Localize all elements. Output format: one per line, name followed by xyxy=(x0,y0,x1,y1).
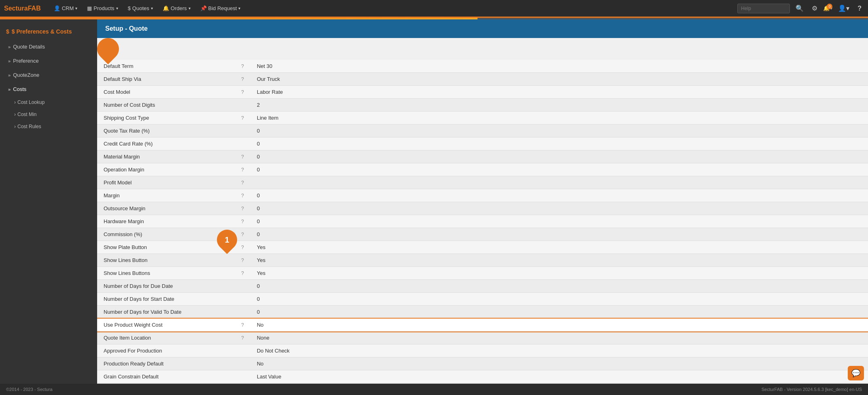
footer-copyright: ©2014 - 2023 - Sectura xyxy=(6,387,53,392)
table-row[interactable]: Default Term?Net 30 xyxy=(97,60,868,73)
row-label: Quote Tax Rate (%) xyxy=(97,125,235,137)
row-value: 0 xyxy=(250,215,868,228)
row-help[interactable]: ? xyxy=(235,202,250,215)
row-label: Number of Cost Digits xyxy=(97,99,235,112)
sidebar-title: $ $ Preferences & Costs xyxy=(0,23,97,40)
row-help[interactable]: ? xyxy=(235,254,250,267)
sidebar: $ $ Preferences & Costs » Quote Details … xyxy=(0,19,97,395)
chevron-right-icon: » xyxy=(8,59,11,63)
row-value: 0 xyxy=(250,125,868,137)
arrow-icon: › xyxy=(14,112,16,117)
table-row[interactable]: Outsource Margin?0 xyxy=(97,202,868,215)
help-input[interactable] xyxy=(737,4,790,13)
sidebar-item-preference[interactable]: » Preference xyxy=(0,54,97,68)
row-help xyxy=(235,370,250,383)
bell-icon: 🔔 xyxy=(163,0,169,17)
row-label: Grain Constrain Default xyxy=(97,370,235,383)
row-label: Production Ready Default xyxy=(97,357,235,370)
row-label: Hardware Margin xyxy=(97,215,235,228)
table-row[interactable]: Material Margin?0 xyxy=(97,150,868,163)
row-value: 0 xyxy=(250,150,868,163)
table-row[interactable]: Commission (%)?0 xyxy=(97,228,868,241)
nav-products[interactable]: ▦ Products ▾ xyxy=(82,0,123,17)
row-help[interactable]: ? xyxy=(235,189,250,202)
row-help[interactable]: ? xyxy=(235,73,250,86)
row-label: Number of Days for Start Date xyxy=(97,293,235,306)
nav-orders[interactable]: 🔔 Orders ▾ xyxy=(158,0,195,17)
sidebar-item-cost-lookup[interactable]: › Cost Lookup xyxy=(0,96,97,108)
row-label: Use Product Weight Cost xyxy=(97,319,235,332)
user-icon: 👤 xyxy=(54,0,60,17)
row-value: Net 30 xyxy=(250,60,868,73)
nav-right: 🔍 ⚙ 🔔 0 ▾ 👤▾ ? xyxy=(737,4,864,13)
gear-icon[interactable]: ⚙ xyxy=(809,4,820,12)
row-help[interactable]: ? xyxy=(235,332,250,344)
table-row[interactable]: Profit Model? xyxy=(97,176,868,189)
row-value: Labor Rate xyxy=(250,86,868,99)
sidebar-item-cost-min[interactable]: › Cost Min xyxy=(0,108,97,120)
row-label: Profit Model xyxy=(97,176,235,189)
table-row[interactable]: Quote Item Location?None xyxy=(97,332,868,344)
table-row[interactable]: Cost Model?Labor Rate xyxy=(97,86,868,99)
row-value xyxy=(250,176,868,189)
sidebar-item-costs[interactable]: » Costs xyxy=(0,82,97,96)
row-help[interactable]: ? xyxy=(235,60,250,73)
row-help[interactable]: ? xyxy=(235,86,250,99)
table-row[interactable]: Quote Tax Rate (%)0 xyxy=(97,125,868,137)
table-row[interactable]: Number of Days for Valid To Date0 xyxy=(97,306,868,319)
arrow-icon: › xyxy=(14,124,16,129)
row-help[interactable]: ? xyxy=(235,215,250,228)
table-row[interactable]: Shipping Cost Type?Line Item xyxy=(97,112,868,125)
table-row[interactable]: Margin?0 xyxy=(97,189,868,202)
top-nav: SecturaFAB 👤 CRM ▾ ▦ Products ▾ $ Quotes… xyxy=(0,0,868,18)
table-row[interactable]: Number of Days for Start Date0 xyxy=(97,293,868,306)
sidebar-item-quotezone[interactable]: » QuoteZone xyxy=(0,68,97,82)
row-help xyxy=(235,137,250,150)
sidebar-item-cost-rules[interactable]: › Cost Rules xyxy=(0,120,97,133)
bid-icon: 📌 xyxy=(200,0,207,17)
help-question-icon[interactable]: ? xyxy=(855,5,864,12)
user-profile-icon[interactable]: 👤▾ xyxy=(836,4,852,12)
row-label: Show Lines Buttons xyxy=(97,267,235,280)
table-row[interactable]: Approved For ProductionDo Not Check xyxy=(97,344,868,357)
table-row[interactable]: Credit Card Rate (%)0 xyxy=(97,137,868,150)
table-row[interactable]: Production Ready DefaultNo xyxy=(97,357,868,370)
step-tooltip: 1 xyxy=(217,230,237,250)
table-container: 1 Default Term?Net 30Default Ship Via?Ou… xyxy=(97,60,868,395)
table-row[interactable]: Operation Margin?0 xyxy=(97,163,868,176)
chat-button[interactable]: 💬 xyxy=(848,366,864,380)
row-value: Do Not Check xyxy=(250,344,868,357)
row-help[interactable]: ? xyxy=(235,112,250,125)
products-icon: ▦ xyxy=(87,0,92,17)
nav-crm[interactable]: 👤 CRM ▾ xyxy=(49,0,83,17)
search-icon[interactable]: 🔍 xyxy=(793,4,806,12)
row-help[interactable]: ? xyxy=(235,163,250,176)
row-help[interactable]: ? xyxy=(235,319,250,332)
table-row[interactable]: Default Ship Via?Our Truck xyxy=(97,73,868,86)
notification-bell[interactable]: 🔔 0 ▾ xyxy=(823,5,832,11)
brand-logo: SecturaFAB xyxy=(4,5,41,12)
row-help xyxy=(235,357,250,370)
footer-version: SecturFAB - Version 2024.5.6.3 [kec_demo… xyxy=(762,387,862,392)
table-row[interactable]: Use Product Weight Cost?No xyxy=(97,319,868,332)
table-row[interactable]: Number of Days for Due Date0 xyxy=(97,280,868,293)
chevron-down-icon: ▾ xyxy=(238,0,240,17)
table-row[interactable]: Grain Constrain DefaultLast Value xyxy=(97,370,868,383)
table-row[interactable]: Number of Cost Digits2 xyxy=(97,99,868,112)
row-value: Last Value xyxy=(250,370,868,383)
nav-bid-request[interactable]: 📌 Bid Request ▾ xyxy=(195,0,246,17)
nav-quotes[interactable]: $ Quotes ▾ xyxy=(123,0,158,17)
table-row[interactable]: Hardware Margin?0 xyxy=(97,215,868,228)
sidebar-item-quote-details[interactable]: » Quote Details xyxy=(0,40,97,54)
table-row[interactable]: Show Plate Button?Yes xyxy=(97,241,868,254)
row-help[interactable]: ? xyxy=(235,267,250,280)
tooltip-number: 1 xyxy=(225,235,229,245)
chevron-down-icon: ▾ xyxy=(75,0,77,17)
table-row[interactable]: Show Lines Button?Yes xyxy=(97,254,868,267)
chevron-down-icon: ▾ xyxy=(116,0,118,17)
row-help[interactable]: ? xyxy=(235,150,250,163)
chevron-right-icon: » xyxy=(8,44,11,49)
dollar-icon: $ xyxy=(6,28,9,35)
row-help[interactable]: ? xyxy=(235,176,250,189)
table-row[interactable]: Show Lines Buttons?Yes xyxy=(97,267,868,280)
